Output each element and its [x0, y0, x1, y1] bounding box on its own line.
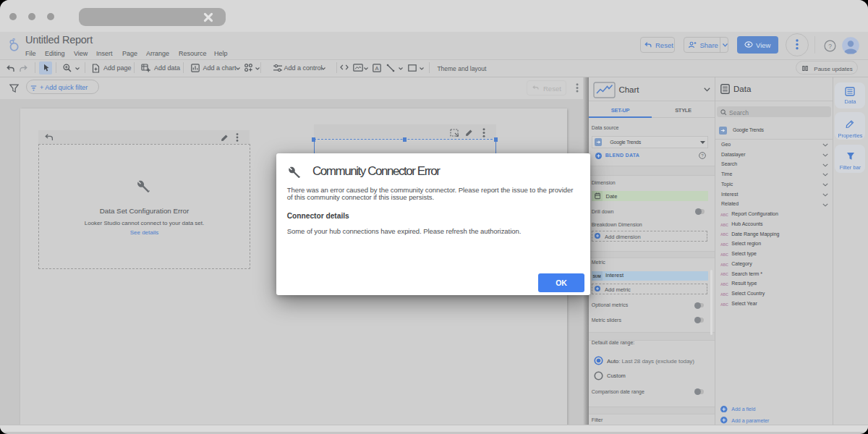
svg-text:?: ? [828, 43, 832, 50]
svg-text:A: A [375, 65, 378, 72]
svg-text:?: ? [701, 153, 704, 158]
